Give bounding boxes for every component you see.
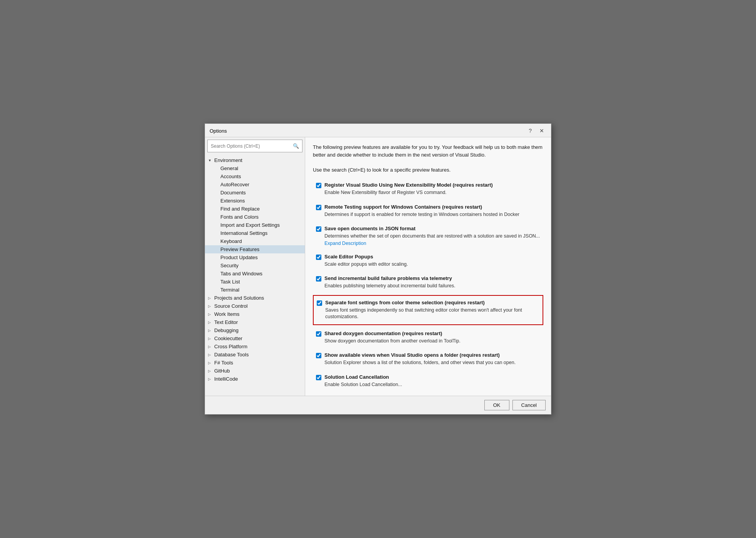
tree-arrow-environment: ▼ — [208, 159, 213, 162]
tree-item-find-replace[interactable]: Find and Replace — [205, 205, 305, 213]
tree-item-github[interactable]: ▷GitHub — [205, 367, 305, 375]
feature-checkbox-incremental-build[interactable] — [316, 276, 321, 282]
tree-label-general: General — [220, 165, 238, 171]
tree-item-fsharp-tools[interactable]: ▷F# Tools — [205, 359, 305, 367]
dialog-body: 🔍 ▼EnvironmentGeneralAccountsAutoRecover… — [205, 137, 551, 396]
feature-checkbox-show-views[interactable] — [316, 353, 321, 358]
tree-item-task-list[interactable]: Task List — [205, 278, 305, 286]
tree-arrow-fsharp-tools: ▷ — [208, 361, 213, 365]
tree-label-environment: Environment — [214, 157, 242, 163]
feature-item-separate-font: Separate font settings from color theme … — [313, 295, 543, 325]
tree-label-task-list: Task List — [220, 279, 240, 285]
feature-checkbox-separate-font[interactable] — [317, 300, 322, 306]
tree-item-international[interactable]: International Settings — [205, 229, 305, 237]
tree-item-keyboard[interactable]: Keyboard — [205, 237, 305, 245]
feature-row-scale-editor: Scale Editor Popups — [316, 254, 540, 260]
feature-title-save-json: Save open documents in JSON format — [324, 226, 415, 231]
tree-label-international: International Settings — [220, 230, 267, 236]
tree-label-accounts: Accounts — [220, 174, 241, 179]
feature-desc-incremental-build: Enables publishing telemetry about incre… — [324, 283, 540, 290]
tree-arrow-text-editor: ▷ — [208, 320, 213, 324]
tree-label-autorecover: AutoRecover — [220, 182, 249, 187]
tree-label-keyboard: Keyboard — [220, 238, 242, 244]
feature-item-incremental-build: Send incremental build failure problems … — [313, 272, 543, 293]
feature-checkbox-remote-testing[interactable] — [316, 205, 321, 210]
tree-label-documents: Documents — [220, 190, 246, 196]
tree-label-cookiecutter: Cookiecutter — [214, 336, 242, 341]
feature-checkbox-save-json[interactable] — [316, 226, 321, 232]
search-input[interactable] — [211, 143, 293, 149]
feature-title-separate-font: Separate font settings from color theme … — [325, 300, 485, 305]
right-panel: The following preview features are avail… — [305, 137, 551, 396]
tree-label-source-control: Source Control — [214, 303, 248, 309]
feature-desc-save-json: Determines whether the set of open docum… — [324, 233, 540, 240]
feature-desc-register-vs: Enable New Extensibility flavor of Regis… — [324, 189, 540, 196]
tree-item-tabs-windows[interactable]: Tabs and Windows — [205, 270, 305, 278]
tree-label-fonts-colors: Fonts and Colors — [220, 214, 259, 220]
tree-item-general[interactable]: General — [205, 164, 305, 172]
tree-item-preview-features[interactable]: Preview Features — [205, 245, 305, 253]
feature-row-save-json: Save open documents in JSON format — [316, 226, 540, 232]
tree-label-debugging: Debugging — [214, 327, 239, 333]
tree-item-cross-platform[interactable]: ▷Cross Platform — [205, 342, 305, 351]
tree-item-terminal[interactable]: Terminal — [205, 286, 305, 294]
tree-label-preview-features: Preview Features — [220, 246, 259, 252]
tree-item-extensions[interactable]: Extensions — [205, 197, 305, 205]
tree-item-product-updates[interactable]: Product Updates — [205, 253, 305, 261]
tree-label-work-items: Work Items — [214, 311, 240, 317]
dialog-footer: OK Cancel — [205, 396, 551, 414]
title-bar-actions: ? ✕ — [526, 127, 546, 135]
tree-item-autorecover[interactable]: AutoRecover — [205, 180, 305, 189]
feature-item-scale-editor: Scale Editor PopupsScale editor popups w… — [313, 250, 543, 272]
feature-checkbox-register-vs[interactable] — [316, 183, 321, 188]
feature-item-remote-testing: Remote Testing support for Windows Conta… — [313, 200, 543, 222]
tree-label-intellicode: IntelliCode — [214, 376, 238, 382]
close-button[interactable]: ✕ — [537, 127, 546, 135]
tree-item-database-tools[interactable]: ▷Database Tools — [205, 351, 305, 359]
tree-item-security[interactable]: Security — [205, 261, 305, 270]
feature-checkbox-shared-doxygen[interactable] — [316, 331, 321, 337]
intro-line1: The following preview features are avail… — [313, 144, 543, 158]
right-content: The following preview features are avail… — [305, 137, 551, 396]
feature-item-save-json: Save open documents in JSON formatDeterm… — [313, 222, 543, 250]
tree-label-text-editor: Text Editor — [214, 319, 238, 325]
tree-arrow-source-control: ▷ — [208, 304, 213, 308]
feature-desc-scale-editor: Scale editor popups with editor scaling. — [324, 261, 540, 268]
cancel-button[interactable]: Cancel — [512, 400, 546, 410]
left-panel: 🔍 ▼EnvironmentGeneralAccountsAutoRecover… — [205, 137, 305, 396]
expand-link-save-json[interactable]: Expand Description — [324, 241, 540, 246]
feature-list: Register Visual Studio Using New Extensi… — [313, 178, 543, 392]
tree-item-documents[interactable]: Documents — [205, 189, 305, 197]
tree-item-fonts-colors[interactable]: Fonts and Colors — [205, 213, 305, 221]
tree-label-tabs-windows: Tabs and Windows — [220, 271, 262, 277]
feature-item-register-vs: Register Visual Studio Using New Extensi… — [313, 178, 543, 200]
tree-item-projects-solutions[interactable]: ▷Projects and Solutions — [205, 294, 305, 302]
tree-item-text-editor[interactable]: ▷Text Editor — [205, 318, 305, 326]
tree-item-work-items[interactable]: ▷Work Items — [205, 310, 305, 318]
tree-item-debugging[interactable]: ▷Debugging — [205, 326, 305, 334]
search-box[interactable]: 🔍 — [207, 140, 302, 152]
intro-line2: Use the search (Ctrl+E) to look for a sp… — [313, 167, 450, 173]
tree-item-import-export[interactable]: Import and Export Settings — [205, 221, 305, 229]
help-button[interactable]: ? — [526, 127, 534, 135]
feature-checkbox-scale-editor[interactable] — [316, 255, 321, 260]
feature-desc-show-views: Solution Explorer shows a list of the so… — [324, 359, 540, 366]
title-bar: Options ? ✕ — [205, 124, 551, 137]
feature-checkbox-solution-load[interactable] — [316, 375, 321, 380]
tree-arrow-database-tools: ▷ — [208, 353, 213, 357]
tree-item-accounts[interactable]: Accounts — [205, 172, 305, 180]
tree-arrow-projects-solutions: ▷ — [208, 296, 213, 300]
tree-label-fsharp-tools: F# Tools — [214, 360, 233, 366]
tree-item-environment[interactable]: ▼Environment — [205, 156, 305, 164]
tree-item-source-control[interactable]: ▷Source Control — [205, 302, 305, 310]
feature-title-shared-doxygen: Shared doxygen documentation (requires r… — [324, 331, 442, 336]
tree-item-intellicode[interactable]: ▷IntelliCode — [205, 375, 305, 383]
feature-row-shared-doxygen: Shared doxygen documentation (requires r… — [316, 331, 540, 337]
tree-item-cookiecutter[interactable]: ▷Cookiecutter — [205, 334, 305, 342]
tree-label-cross-platform: Cross Platform — [214, 344, 247, 349]
feature-desc-solution-load: Enable Solution Load Cancellation... — [324, 381, 540, 388]
ok-button[interactable]: OK — [484, 400, 509, 410]
feature-title-show-views: Show available views when Visual Studio … — [324, 352, 500, 358]
feature-item-shared-doxygen: Shared doxygen documentation (requires r… — [313, 327, 543, 349]
feature-item-show-views: Show available views when Visual Studio … — [313, 348, 543, 370]
